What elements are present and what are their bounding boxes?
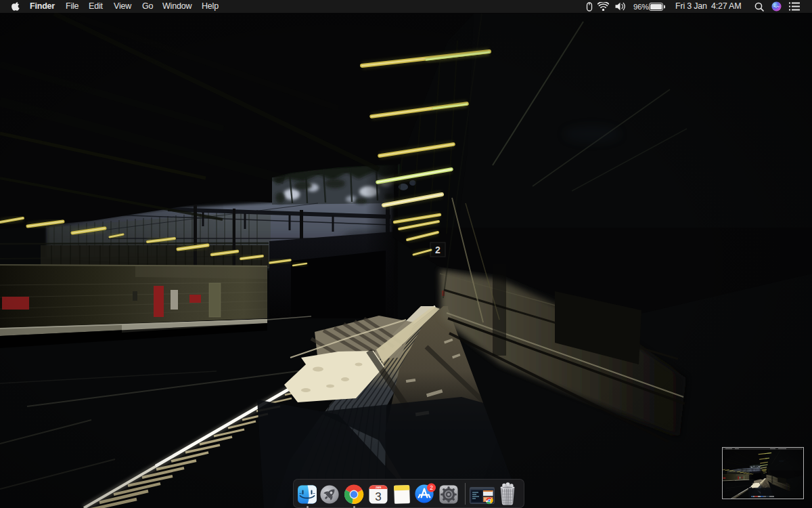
svg-text:2: 2 [430,484,433,491]
svg-text:JAN: JAN [376,486,381,489]
svg-text:3: 3 [375,490,381,503]
